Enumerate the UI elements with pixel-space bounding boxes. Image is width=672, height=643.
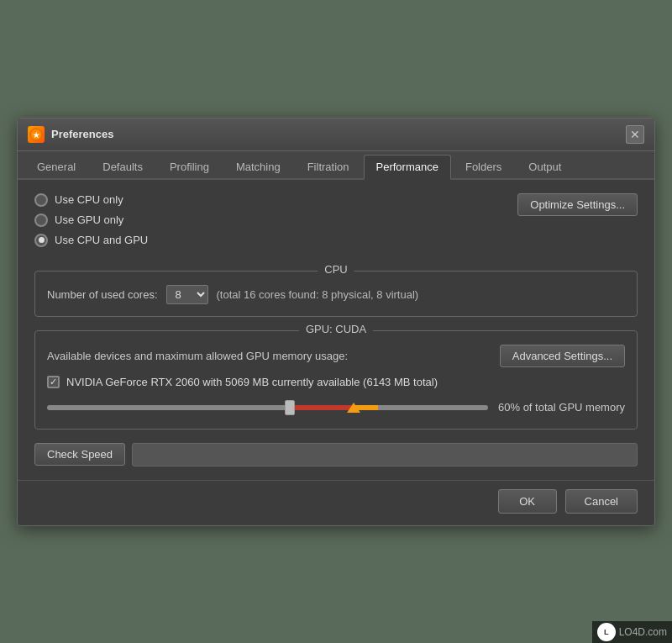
radio-gpu-only-label: Use GPU only [55, 213, 123, 226]
cpu-row: Number of used cores: 8 1 2 4 6 8 16 (to… [47, 285, 625, 304]
gpu-section-title: GPU: CUDA [299, 323, 373, 335]
top-row: Use CPU only Use GPU only Use CPU and GP… [34, 193, 638, 261]
app-icon: ★ [28, 126, 45, 143]
gpu-top-row: Available devices and maximum allowed GP… [47, 345, 625, 367]
tab-performance[interactable]: Performance [364, 155, 451, 180]
dialog-footer: OK Cancel [18, 480, 654, 525]
tab-matching[interactable]: Matching [223, 155, 293, 178]
optimize-settings-button[interactable]: Optimize Settings... [517, 193, 638, 216]
tab-general[interactable]: General [24, 155, 88, 178]
ok-button[interactable]: OK [498, 489, 557, 514]
cores-info: (total 16 cores found: 8 physical, 8 vir… [217, 288, 419, 301]
radio-gpu-only-input[interactable] [34, 213, 48, 227]
tab-folders[interactable]: Folders [453, 155, 514, 178]
gpu-memory-percent-label: 60% of total GPU memory [498, 401, 625, 414]
slider-row: 60% of total GPU memory [47, 398, 625, 417]
radio-cpu-only-label: Use CPU only [55, 193, 123, 206]
gpu-available-label: Available devices and maximum allowed GP… [47, 350, 348, 362]
cores-label: Number of used cores: [47, 288, 158, 301]
preferences-dialog: ★ Preferences ✕ General Defaults Profili… [17, 118, 655, 526]
svg-text:★: ★ [33, 131, 40, 140]
gpu-device-checkbox[interactable] [47, 376, 60, 388]
cpu-section: CPU Number of used cores: 8 1 2 4 6 8 16… [34, 271, 638, 317]
radio-gpu-only[interactable]: Use GPU only [34, 213, 148, 227]
gpu-memory-slider-thumb[interactable] [285, 400, 295, 415]
gpu-memory-slider-track [47, 405, 488, 410]
gpu-device-row[interactable]: NVIDIA GeForce RTX 2060 with 5069 MB cur… [47, 376, 625, 388]
dialog-title: Preferences [51, 128, 113, 140]
cores-select[interactable]: 8 1 2 4 6 8 16 [166, 285, 208, 304]
radio-cpu-gpu-label: Use CPU and GPU [55, 234, 148, 246]
check-speed-button[interactable]: Check Speed [34, 443, 125, 466]
watermark-icon: L [597, 623, 616, 641]
title-bar-left: ★ Preferences [28, 126, 113, 143]
title-bar: ★ Preferences ✕ [18, 119, 654, 151]
tab-defaults[interactable]: Defaults [90, 155, 155, 178]
gpu-memory-slider-wrapper[interactable] [47, 398, 488, 417]
radio-cpu-only-input[interactable] [34, 193, 48, 207]
processing-mode-group: Use CPU only Use GPU only Use CPU and GP… [34, 193, 148, 247]
radio-cpu-gpu[interactable]: Use CPU and GPU [34, 234, 148, 247]
tab-filtration[interactable]: Filtration [295, 155, 362, 178]
watermark-text: LO4D.com [619, 626, 667, 638]
advanced-settings-button[interactable]: Advanced Settings... [500, 345, 625, 367]
watermark: L LO4D.com [592, 621, 672, 643]
close-button[interactable]: ✕ [626, 125, 644, 144]
gpu-device-label: NVIDIA GeForce RTX 2060 with 5069 MB cur… [66, 376, 438, 388]
tab-output[interactable]: Output [516, 155, 574, 178]
radio-cpu-gpu-input[interactable] [34, 234, 48, 247]
cancel-button[interactable]: Cancel [565, 489, 638, 514]
tabs-bar: General Defaults Profiling Matching Filt… [18, 151, 654, 180]
slider-triangle-indicator [347, 403, 360, 413]
radio-cpu-only[interactable]: Use CPU only [34, 193, 148, 207]
cpu-section-title: CPU [318, 263, 354, 276]
tab-profiling[interactable]: Profiling [157, 155, 222, 178]
gpu-section: GPU: CUDA Available devices and maximum … [34, 330, 638, 430]
performance-content: Use CPU only Use GPU only Use CPU and GP… [18, 180, 654, 480]
bottom-section: Check Speed [34, 443, 638, 466]
speed-result-display [132, 443, 638, 466]
